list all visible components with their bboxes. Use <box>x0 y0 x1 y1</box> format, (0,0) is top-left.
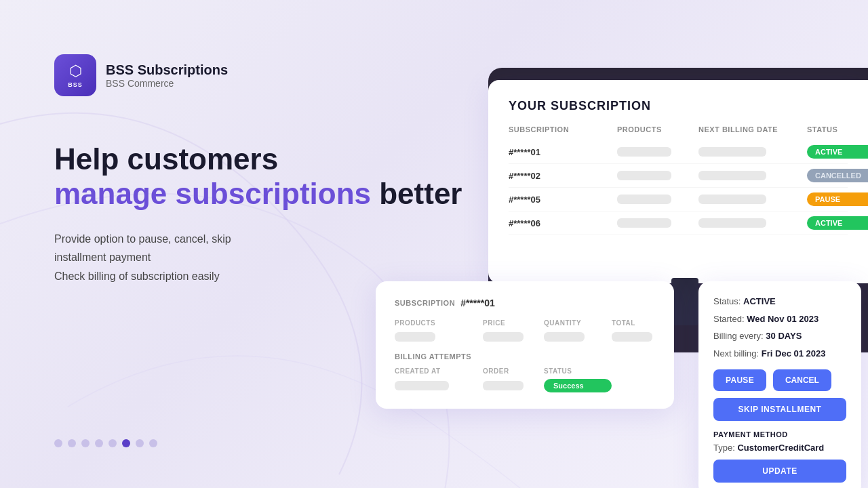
billing-col-created-at: CREATED AT <box>395 367 483 375</box>
cancel-button[interactable]: CANCEL <box>773 369 831 391</box>
col-status: STATUS <box>807 125 868 134</box>
dot-8[interactable] <box>149 439 157 447</box>
dot-3[interactable] <box>81 439 90 447</box>
update-button[interactable]: UPDATE <box>713 460 846 483</box>
next-billing-value: Fri Dec 01 2023 <box>762 348 826 359</box>
billing-status-badge: Success <box>544 379 612 392</box>
billing-table-header: CREATED AT ORDER STATUS <box>395 367 655 375</box>
logo-area: ⬡ BSS BSS Subscriptions BSS Commerce <box>54 54 228 96</box>
detail-col-price: PRICE <box>483 319 544 327</box>
started-row: Started: Wed Nov 01 2023 <box>713 312 846 326</box>
dot-indicators <box>54 439 157 447</box>
dark-stripe-middle <box>671 278 698 325</box>
row1-id: #*****01 <box>509 147 617 157</box>
detail-subscription-id: #*****01 <box>460 298 495 308</box>
logo-title: BSS Subscriptions <box>106 62 228 78</box>
hero-heading: Help customers manage subscriptions bett… <box>54 142 462 211</box>
hero-subtext: Provide option to pause, cancel, skip in… <box>54 230 462 285</box>
table-row[interactable]: #*****06 ACTIVE <box>509 211 848 235</box>
detail-col-quantity: QUANTITY <box>544 319 612 327</box>
dot-2[interactable] <box>68 439 76 447</box>
billing-col-order: ORDER <box>483 367 544 375</box>
row2-date-skeleton <box>698 171 766 180</box>
detail-products-skeleton <box>395 332 435 342</box>
status-row: Status: ACTIVE <box>713 295 846 308</box>
row4-status-badge: ACTIVE <box>807 216 868 230</box>
next-billing-label: Next billing: <box>713 348 759 359</box>
dot-1[interactable] <box>54 439 62 447</box>
status-value: ACTIVE <box>743 296 776 306</box>
table-header-row: SUBSCRIPTION PRODUCTS NEXT BILLING DATE … <box>509 125 848 134</box>
detail-total-skeleton <box>612 332 652 342</box>
hero-line2-purple: manage subscriptions <box>54 177 371 210</box>
side-info-panel: Status: ACTIVE Started: Wed Nov 01 2023 … <box>698 281 861 488</box>
payment-type-value: CustomerCreditCard <box>737 443 824 453</box>
billing-value: 30 DAYS <box>766 331 802 341</box>
col-next-billing: NEXT BILLING DATE <box>698 125 807 134</box>
row2-id: #*****02 <box>509 171 617 181</box>
action-buttons: PAUSE CANCEL <box>713 369 846 391</box>
billing-title: BILLING ATTEMPTS <box>395 352 655 361</box>
detail-quantity-skeleton <box>544 332 585 342</box>
payment-type-label: Type: <box>713 443 735 453</box>
dot-4[interactable] <box>95 439 103 447</box>
hero-line1: Help customers <box>54 142 278 176</box>
col-subscription: SUBSCRIPTION <box>509 125 617 134</box>
detail-table-row <box>395 332 655 342</box>
detail-table-header: PRODUCTS PRICE QUANTITY TOTAL <box>395 319 655 327</box>
row3-products-skeleton <box>617 195 671 204</box>
row1-date-skeleton <box>698 147 766 157</box>
table-row[interactable]: #*****01 ACTIVE <box>509 140 848 164</box>
table-row[interactable]: #*****05 PAUSE <box>509 188 848 211</box>
logo-bss-label: BSS <box>68 81 83 88</box>
hero-sub3: Check billing of subscription easily <box>54 270 220 282</box>
dot-7[interactable] <box>136 439 144 447</box>
hero-line2-normal: better <box>371 177 462 210</box>
detail-price-skeleton <box>483 332 524 342</box>
payment-method-title: PAYMENT METHOD <box>713 430 846 439</box>
started-label: Started: <box>713 314 745 324</box>
detail-col-products: PRODUCTS <box>395 319 483 327</box>
hero-section: Help customers manage subscriptions bett… <box>54 142 462 285</box>
billing-table-row: Success <box>395 379 655 392</box>
row4-date-skeleton <box>698 218 766 228</box>
hero-sub2: installment payment <box>54 251 151 263</box>
subscription-detail-card: SUBSCRIPTION #*****01 PRODUCTS PRICE QUA… <box>376 281 674 409</box>
billing-label: Billing every: <box>713 331 764 341</box>
row3-id: #*****05 <box>509 195 617 205</box>
detail-col-total: TOTAL <box>612 319 679 327</box>
payment-type-row: Type: CustomerCreditCard <box>713 443 846 453</box>
table-row[interactable]: #*****02 CANCELLED <box>509 164 848 188</box>
col-products: PRODUCTS <box>617 125 698 134</box>
row3-date-skeleton <box>698 195 766 204</box>
logo-icon: ⬡ <box>69 62 82 80</box>
row1-products-skeleton <box>617 147 671 157</box>
logo-subtitle: BSS Commerce <box>106 78 228 89</box>
row4-id: #*****06 <box>509 218 617 228</box>
billing-row: Billing every: 30 DAYS <box>713 329 846 343</box>
billing-col-status: STATUS <box>544 367 612 375</box>
dot-6-active[interactable] <box>122 439 130 447</box>
next-billing-row: Next billing: Fri Dec 01 2023 <box>713 347 846 361</box>
logo-text: BSS Subscriptions BSS Commerce <box>106 62 228 89</box>
row2-status-badge: CANCELLED <box>807 169 868 182</box>
row2-products-skeleton <box>617 171 671 180</box>
table-card-title: YOUR SUBSCRIPTION <box>509 99 848 113</box>
skip-installment-button[interactable]: SKIP INSTALLMENT <box>713 398 846 421</box>
logo-icon-box: ⬡ BSS <box>54 54 96 96</box>
dot-5[interactable] <box>108 439 117 447</box>
billing-created-skeleton <box>395 381 449 390</box>
hero-sub1: Provide option to pause, cancel, skip <box>54 233 231 245</box>
row4-products-skeleton <box>617 218 671 228</box>
pause-button[interactable]: PAUSE <box>713 369 766 391</box>
subscription-table-card: YOUR SUBSCRIPTION SUBSCRIPTION PRODUCTS … <box>488 80 868 283</box>
billing-order-skeleton <box>483 381 524 390</box>
billing-section: BILLING ATTEMPTS CREATED AT ORDER STATUS… <box>395 352 655 392</box>
detail-subscription-label: SUBSCRIPTION <box>395 299 455 307</box>
row3-status-badge: PAUSE <box>807 192 868 206</box>
row1-status-badge: ACTIVE <box>807 145 868 159</box>
started-value: Wed Nov 01 2023 <box>747 314 818 324</box>
detail-card-header: SUBSCRIPTION #*****01 <box>395 298 655 308</box>
status-label: Status: <box>713 296 741 306</box>
